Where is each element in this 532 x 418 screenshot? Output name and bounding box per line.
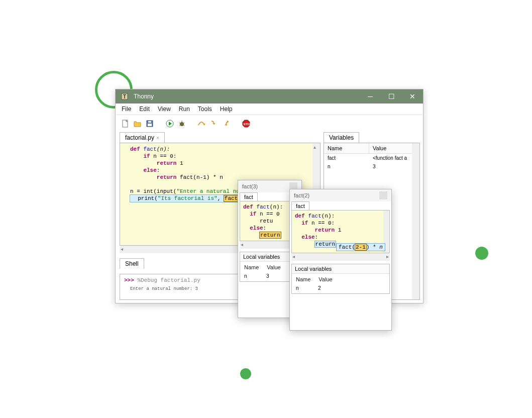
menu-run[interactable]: Run — [175, 104, 194, 114]
local-vars-header: NameValue — [292, 275, 389, 284]
eval-tooltip: fact(2-1) * n — [336, 243, 385, 251]
svg-line-12 — [183, 125, 184, 126]
titlebar: T Thonny ─ ☐ ✕ — [116, 89, 423, 103]
step-into-icon[interactable] — [209, 119, 219, 129]
menu-tools[interactable]: Tools — [194, 104, 216, 114]
popup-titlebar[interactable]: fact(2) — [290, 189, 391, 201]
decorative-dot — [240, 368, 251, 379]
svg-rect-5 — [148, 121, 151, 123]
svg-point-7 — [180, 122, 184, 126]
editor-tab-label: factorial.py — [125, 134, 154, 141]
stop-icon[interactable]: STOP — [241, 119, 251, 129]
menu-edit[interactable]: Edit — [135, 104, 154, 114]
new-file-icon[interactable] — [121, 119, 131, 129]
editor-tab[interactable]: factorial.py × — [120, 132, 165, 143]
local-variables-title: Local variables — [292, 264, 389, 274]
variables-scrollbar[interactable] — [412, 143, 419, 299]
save-file-icon[interactable] — [145, 119, 155, 129]
local-var-row[interactable]: n2 — [292, 284, 389, 292]
close-tab-icon[interactable]: × — [156, 135, 159, 141]
toolbar: STOP — [116, 115, 423, 132]
decorative-dot — [475, 247, 488, 260]
svg-line-10 — [183, 123, 184, 124]
debug-frame-popup: fact(2) fact def fact(n): if n == 0: ret… — [289, 189, 392, 331]
variable-row[interactable]: fact <function fact a — [324, 154, 419, 162]
menu-view[interactable]: View — [154, 104, 175, 114]
popup-title: fact(2) — [294, 192, 309, 198]
frame-function-tab[interactable]: fact — [240, 192, 258, 201]
variables-col-value: Value — [369, 143, 390, 153]
app-icon: T — [119, 90, 131, 102]
popup-title: fact(3) — [242, 183, 258, 189]
popup-close-icon[interactable] — [379, 191, 387, 199]
svg-line-11 — [179, 125, 180, 126]
variable-row[interactable]: n 3 — [324, 162, 419, 171]
run-icon[interactable] — [165, 119, 175, 129]
menu-help[interactable]: Help — [216, 104, 237, 114]
frame-function-tab[interactable]: fact — [291, 201, 309, 210]
menubar: File Edit View Run Tools Help — [116, 103, 423, 115]
maximize-button[interactable]: ☐ — [381, 89, 402, 103]
step-over-icon[interactable] — [197, 119, 207, 129]
svg-rect-4 — [148, 124, 152, 126]
svg-line-9 — [179, 123, 180, 124]
open-file-icon[interactable] — [133, 119, 143, 129]
minimize-button[interactable]: ─ — [360, 89, 381, 103]
variables-header: Name Value — [324, 143, 419, 154]
svg-text:T: T — [123, 94, 126, 99]
variables-tab[interactable]: Variables — [324, 132, 359, 143]
shell-tab[interactable]: Shell — [120, 258, 144, 269]
svg-text:STOP: STOP — [244, 123, 251, 126]
variables-col-name: Name — [324, 143, 369, 153]
close-button[interactable]: ✕ — [402, 89, 423, 103]
app-title: Thonny — [134, 93, 360, 100]
debug-icon[interactable] — [177, 119, 187, 129]
shell-tab-label: Shell — [125, 260, 139, 267]
menu-file[interactable]: File — [118, 104, 135, 114]
local-variables-panel: Local variables NameValue n2 — [291, 264, 390, 294]
step-out-icon[interactable] — [221, 119, 231, 129]
variables-tab-label: Variables — [329, 134, 354, 141]
frame-horizontal-scrollbar[interactable] — [291, 253, 390, 261]
